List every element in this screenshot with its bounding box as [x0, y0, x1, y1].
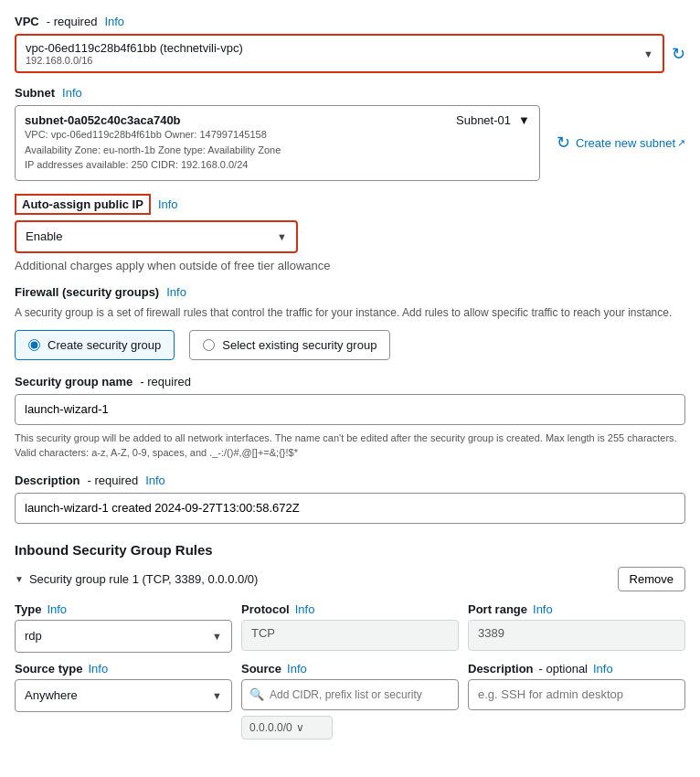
- desc-label-text: Description: [468, 662, 534, 676]
- vpc-chevron-icon: ▼: [643, 48, 653, 59]
- source-type-chevron-icon: ▼: [212, 690, 222, 701]
- auto-assign-select[interactable]: Enable ▼: [15, 220, 298, 253]
- free-tier-link[interactable]: free tier allowance: [234, 259, 331, 272]
- subnet-meta-2: Availability Zone: eu-north-1b Zone type…: [25, 143, 438, 158]
- subnet-info: subnet-0a052c40c3aca740b VPC: vpc-06ed11…: [25, 113, 438, 173]
- select-sg-radio[interactable]: [203, 339, 215, 351]
- type-col: Type Info rdp ▼: [15, 602, 232, 653]
- sg-name-required: - required: [140, 375, 191, 388]
- sg-rule-header: ▼ Security group rule 1 (TCP, 3389, 0.0.…: [15, 567, 685, 591]
- sg-name-hint: This security group will be added to all…: [15, 431, 685, 461]
- firewall-label-row: Firewall (security groups) Info: [15, 285, 685, 299]
- subnet-chevron-icon: ▼: [518, 113, 530, 127]
- source-input[interactable]: [270, 688, 451, 701]
- create-sg-option[interactable]: Create security group: [15, 330, 175, 360]
- charges-text: Additional charges apply when outside of…: [15, 259, 685, 272]
- auto-assign-select-wrapper: Enable ▼: [15, 220, 685, 253]
- subnet-section: Subnet Info subnet-0a052c40c3aca740b VPC…: [15, 86, 685, 181]
- subnet-meta-1: VPC: vpc-06ed119c28b4f61bb Owner: 147997…: [25, 127, 438, 143]
- port-label: Port range Info: [468, 602, 685, 616]
- firewall-radio-group: Create security group Select existing se…: [15, 330, 685, 360]
- charges-rest: when outside of: [147, 259, 234, 272]
- rule-grid-bottom: Source type Info Anywhere ▼ Source Info …: [15, 662, 685, 740]
- cidr-chevron-icon: ∨: [296, 721, 304, 734]
- description-info-link[interactable]: Info: [145, 474, 165, 487]
- subnet-id: subnet-0a052c40c3aca740b: [25, 113, 438, 127]
- desc-label: Description - optional Info: [468, 662, 685, 676]
- source-label: Source Info: [241, 662, 459, 676]
- collapse-triangle-icon[interactable]: ▼: [15, 574, 24, 584]
- select-sg-option[interactable]: Select existing security group: [189, 330, 390, 360]
- vpc-value-sub: 192.168.0.0/16: [26, 55, 243, 66]
- protocol-col: Protocol Info TCP: [241, 602, 459, 653]
- description-required: - required: [88, 474, 139, 487]
- protocol-info-link[interactable]: Info: [295, 602, 315, 616]
- vpc-select-wrapper: vpc-06ed119c28b4f61bb (technetvili-vpc) …: [15, 34, 685, 73]
- vpc-label: VPC: [15, 15, 39, 28]
- charges-apply[interactable]: Additional charges apply: [15, 259, 144, 272]
- subnet-actions: ↻ Create new subnet ↗: [557, 133, 685, 153]
- source-type-select[interactable]: Anywhere ▼: [15, 679, 232, 712]
- port-info-link[interactable]: Info: [533, 602, 553, 616]
- type-value: rdp: [25, 629, 42, 643]
- port-col: Port range Info 3389: [468, 602, 685, 653]
- sg-rule-label-row: ▼ Security group rule 1 (TCP, 3389, 0.0.…: [15, 572, 258, 586]
- create-sg-label: Create security group: [48, 338, 161, 352]
- create-subnet-link[interactable]: Create new subnet ↗: [576, 136, 685, 150]
- port-label-text: Port range: [468, 602, 527, 616]
- firewall-label: Firewall (security groups): [15, 285, 159, 299]
- protocol-value: TCP: [241, 620, 459, 651]
- vpc-required: - required: [47, 15, 98, 28]
- vpc-select[interactable]: vpc-06ed119c28b4f61bb (technetvili-vpc) …: [15, 34, 664, 73]
- auto-assign-info-link[interactable]: Info: [158, 197, 178, 211]
- source-type-col: Source type Info Anywhere ▼: [15, 662, 232, 740]
- sg-name-input[interactable]: [15, 394, 685, 425]
- description-label-row: Description - required Info: [15, 474, 685, 487]
- subnet-info-link[interactable]: Info: [62, 86, 82, 100]
- cidr-value: 0.0.0.0/0: [249, 721, 292, 734]
- vpc-value-main: vpc-06ed119c28b4f61bb (technetvili-vpc): [26, 41, 243, 55]
- description-section: Description - required Info: [15, 474, 685, 529]
- source-info-link[interactable]: Info: [287, 662, 307, 676]
- sg-name-section: Security group name - required This secu…: [15, 375, 685, 461]
- cidr-value-display[interactable]: 0.0.0.0/0 ∨: [241, 716, 333, 740]
- sg-name-label-row: Security group name - required: [15, 375, 685, 388]
- type-select[interactable]: rdp ▼: [15, 620, 232, 653]
- remove-rule-button[interactable]: Remove: [618, 567, 685, 591]
- auto-assign-section: Auto-assign public IP Info Enable ▼: [15, 194, 685, 253]
- subnet-label: Subnet: [15, 86, 55, 100]
- vpc-refresh-icon[interactable]: ↻: [672, 44, 685, 64]
- type-info-link[interactable]: Info: [47, 602, 67, 616]
- type-label-text: Type: [15, 602, 41, 616]
- firewall-info-link[interactable]: Info: [166, 285, 186, 299]
- firewall-description: A security group is a set of firewall ru…: [15, 304, 685, 321]
- desc-info-link[interactable]: Info: [593, 662, 613, 676]
- vpc-label-row: VPC - required Info: [15, 15, 685, 28]
- vpc-info-link[interactable]: Info: [104, 15, 124, 28]
- type-label: Type Info: [15, 602, 232, 616]
- cidr-row: 0.0.0.0/0 ∨: [241, 716, 459, 740]
- subnet-label-row: Subnet Info: [15, 86, 685, 100]
- inbound-rules-section: Inbound Security Group Rules ▼ Security …: [15, 542, 685, 740]
- source-type-value: Anywhere: [25, 688, 78, 702]
- auto-assign-chevron-icon: ▼: [277, 231, 287, 242]
- description-input[interactable]: [15, 493, 685, 524]
- source-type-info-link[interactable]: Info: [88, 662, 108, 676]
- search-icon: 🔍: [249, 687, 264, 701]
- inbound-rules-title: Inbound Security Group Rules: [15, 542, 685, 558]
- subnet-meta-3: IP addresses available: 250 CIDR: 192.16…: [25, 157, 438, 173]
- source-type-label-text: Source type: [15, 662, 82, 676]
- description-label: Description: [15, 474, 80, 487]
- rule-grid-top: Type Info rdp ▼ Protocol Info TCP Port r…: [15, 602, 685, 653]
- source-input-wrapper[interactable]: 🔍: [241, 679, 459, 710]
- port-value: 3389: [468, 620, 685, 651]
- create-sg-radio[interactable]: [28, 339, 40, 351]
- desc-input[interactable]: [468, 679, 685, 710]
- sg-name-label: Security group name: [15, 375, 133, 388]
- desc-optional: - optional: [539, 662, 588, 676]
- subnet-refresh-icon[interactable]: ↻: [557, 133, 570, 153]
- firewall-section: Firewall (security groups) Info A securi…: [15, 285, 685, 360]
- subnet-name: Subnet-01: [456, 113, 511, 127]
- source-col: Source Info 🔍 0.0.0.0/0 ∨: [241, 662, 459, 740]
- subnet-select[interactable]: subnet-0a052c40c3aca740b VPC: vpc-06ed11…: [15, 105, 540, 181]
